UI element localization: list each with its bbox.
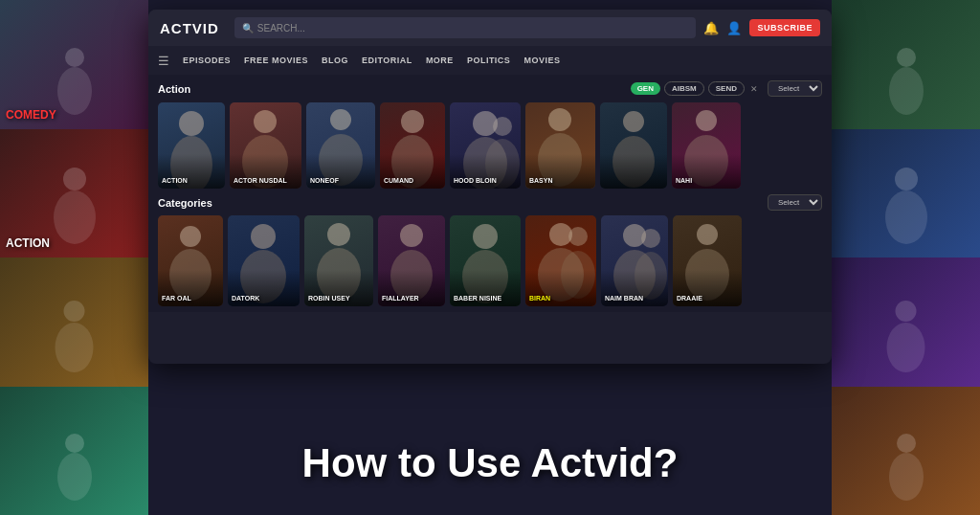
sort-select[interactable]: Select <box>768 80 822 97</box>
search-placeholder: SEARCH... <box>257 23 305 34</box>
cat-label-2: DATORK <box>232 295 296 302</box>
action-card-4[interactable]: CUMAND <box>380 102 445 189</box>
nav-bar: ☰ EPISODES FREE MOVIES BLOG EDITORIAL MO… <box>148 46 832 75</box>
action-card-3[interactable]: NONEOF <box>306 102 375 189</box>
svg-point-32 <box>696 110 717 131</box>
nav-editorial[interactable]: EDITORIAL <box>362 56 412 65</box>
left-poster-3 <box>0 258 148 387</box>
action-card-5[interactable]: HOOD BLOIN <box>450 102 521 189</box>
card-label-4: CUMAND <box>384 177 441 185</box>
nav-blog[interactable]: BLOG <box>322 56 348 65</box>
search-icon: 🔍 <box>242 23 254 34</box>
categories-sort-select[interactable]: Select <box>768 194 822 211</box>
right-poster-4 <box>832 387 980 516</box>
card-label-6: BASYN <box>529 177 591 185</box>
nav-episodes[interactable]: EPISODES <box>183 56 231 65</box>
tag-send[interactable]: SEND <box>708 81 745 96</box>
svg-point-10 <box>895 168 918 190</box>
categories-section-header: Categories Select <box>158 194 822 211</box>
svg-point-4 <box>63 301 84 322</box>
action-cards-row: ACTION ACTOR NUSDAL NONEOF <box>158 102 822 189</box>
categories-title: Categories <box>158 197 760 209</box>
right-poster-strip <box>832 0 980 515</box>
svg-point-6 <box>65 434 84 453</box>
comedy-label: COMEDY <box>6 108 56 122</box>
app-window: ACTVID 🔍 SEARCH... 🔔 👤 SUBSCRIBE ☰ EPISO… <box>148 10 832 364</box>
action-label: ACTION <box>6 236 50 250</box>
right-poster-1 <box>832 0 980 129</box>
left-poster-strip: COMEDY ACTION <box>0 0 148 515</box>
cat-label-4: FIALLAYER <box>382 295 441 302</box>
svg-point-11 <box>885 190 927 244</box>
cat-label-3: ROBIN USEY <box>308 295 369 302</box>
cat-label-8: DRAAIE <box>677 295 738 302</box>
svg-point-42 <box>473 224 498 249</box>
user-icon[interactable]: 👤 <box>726 21 742 35</box>
cat-card-7[interactable]: NAIM BRAN <box>601 215 668 306</box>
action-card-6[interactable]: BASYN <box>525 102 595 189</box>
left-poster-1: COMEDY <box>0 0 148 129</box>
nav-movies[interactable]: MOVIES <box>523 56 560 65</box>
svg-point-5 <box>55 323 93 372</box>
cat-label-1: FAR OAL <box>162 295 219 302</box>
svg-point-1 <box>57 67 92 115</box>
card-label-3: NONEOF <box>310 177 371 185</box>
tag-aibsm[interactable]: AIBSM <box>664 81 704 96</box>
card-label-8: NAHI <box>676 177 737 185</box>
left-poster-4 <box>0 387 148 516</box>
nav-free-movies[interactable]: FREE MOVIES <box>244 56 308 65</box>
cat-card-1[interactable]: FAR OAL <box>158 215 223 306</box>
categories-cards-row: FAR OAL DATORK ROBIN USEY <box>158 215 822 306</box>
svg-point-0 <box>65 48 84 67</box>
svg-point-30 <box>623 111 644 132</box>
cat-card-8[interactable]: DRAAIE <box>673 215 742 306</box>
cat-card-3[interactable]: ROBIN USEY <box>304 215 373 306</box>
action-card-7[interactable] <box>600 102 667 189</box>
svg-point-8 <box>897 48 916 67</box>
svg-point-7 <box>57 453 92 501</box>
subscribe-button[interactable]: SUBSCRIBE <box>749 19 820 36</box>
svg-point-52 <box>697 224 718 245</box>
svg-point-2 <box>63 168 86 190</box>
svg-point-46 <box>568 227 588 246</box>
cat-card-4[interactable]: FIALLAYER <box>378 215 445 306</box>
action-title: Action <box>158 83 631 95</box>
svg-point-28 <box>548 108 571 131</box>
svg-point-15 <box>889 453 924 501</box>
svg-point-20 <box>330 109 351 130</box>
left-poster-2: ACTION <box>0 129 148 258</box>
content-area: Action GEN AIBSM SEND ✕ Select ACTION <box>148 75 832 312</box>
hamburger-icon[interactable]: ☰ <box>158 54 169 68</box>
card-label-5: HOOD BLOIN <box>454 177 517 185</box>
svg-point-14 <box>897 434 916 453</box>
action-card-2[interactable]: ACTOR NUSDAL <box>230 102 301 189</box>
cat-card-5[interactable]: BABER NISINE <box>450 215 521 306</box>
cat-card-2[interactable]: DATORK <box>228 215 300 306</box>
svg-point-3 <box>54 190 96 244</box>
svg-point-34 <box>180 226 201 247</box>
svg-point-22 <box>401 110 424 133</box>
right-poster-2 <box>832 129 980 258</box>
action-card-1[interactable]: ACTION <box>158 102 225 189</box>
nav-more[interactable]: MORE <box>426 56 454 65</box>
card-label-2: ACTOR NUSDAL <box>234 177 298 185</box>
header-icons: 🔔 👤 SUBSCRIBE <box>703 19 820 36</box>
cat-label-6: BIRAN <box>529 295 592 302</box>
nav-politics[interactable]: POLITICS <box>467 56 511 65</box>
cat-label-5: BABER NISINE <box>454 295 517 302</box>
cat-card-6[interactable]: BIRAN <box>525 215 596 306</box>
svg-point-26 <box>493 117 512 136</box>
bottom-overlay: How to Use Actvid? <box>302 440 679 486</box>
cat-label-7: NAIM BRAN <box>605 295 664 302</box>
notification-icon[interactable]: 🔔 <box>703 21 719 35</box>
svg-point-9 <box>889 67 924 115</box>
action-section-header: Action GEN AIBSM SEND ✕ Select <box>158 80 822 97</box>
tag-gen[interactable]: GEN <box>631 82 660 95</box>
action-card-8[interactable]: NAHI <box>672 102 741 189</box>
search-bar[interactable]: 🔍 SEARCH... <box>234 17 697 38</box>
svg-point-36 <box>251 224 276 249</box>
card-overlay <box>600 154 667 189</box>
tag-separator: ✕ <box>750 84 758 94</box>
svg-point-50 <box>641 229 660 248</box>
svg-point-40 <box>400 224 423 247</box>
